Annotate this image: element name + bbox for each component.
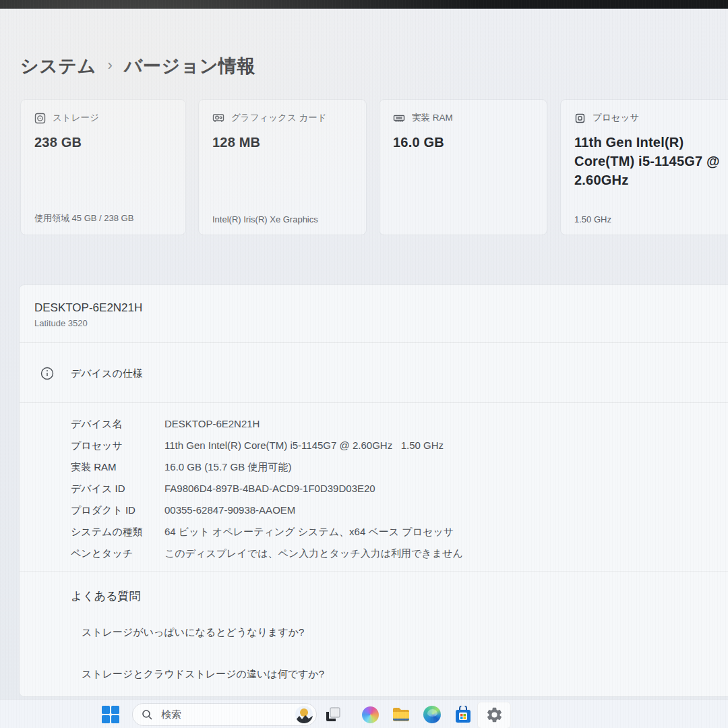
divider bbox=[20, 342, 728, 343]
breadcrumb-system[interactable]: システム bbox=[20, 54, 96, 78]
breadcrumb: システム › バージョン情報 bbox=[20, 54, 255, 78]
edge-icon bbox=[423, 706, 441, 723]
edge-button[interactable] bbox=[422, 704, 442, 725]
chevron-right-icon: › bbox=[108, 57, 113, 74]
card-value: 238 GB bbox=[34, 133, 172, 152]
copilot-icon bbox=[362, 706, 379, 723]
storage-icon bbox=[34, 113, 46, 124]
microsoft-store-button[interactable] bbox=[453, 704, 473, 725]
spec-value: このディスプレイでは、ペン入力とタッチ入力は利用できません bbox=[164, 543, 706, 564]
file-explorer-button[interactable] bbox=[391, 704, 411, 725]
faq-question-cloud-storage[interactable]: ストレージとクラウドストレージの違いは何ですか? bbox=[82, 668, 324, 681]
settings-button[interactable] bbox=[484, 704, 504, 725]
start-button[interactable] bbox=[100, 704, 121, 725]
card-label: プロセッサ bbox=[593, 112, 639, 124]
spec-value: FA9806D4-897B-4BAD-ACD9-1F0D39D03E20 bbox=[164, 478, 706, 499]
divider bbox=[20, 402, 728, 403]
processor-card: プロセッサ 11th Gen Intel(R) Core(TM) i5-1145… bbox=[560, 99, 728, 235]
about-panel: DESKTOP-6E2N21H Latitude 3520 デバイスの仕様 デバ… bbox=[19, 284, 728, 697]
microsoft-store-icon bbox=[454, 706, 472, 724]
spec-label: プロセッサ bbox=[71, 435, 164, 456]
search-icon bbox=[142, 709, 153, 721]
spec-label: ペンとタッチ bbox=[71, 543, 164, 564]
ram-icon bbox=[393, 113, 405, 123]
card-footer: 1.50 GHz bbox=[574, 214, 611, 224]
faq-title: よくある質問 bbox=[71, 588, 141, 604]
spec-label: プロダクト ID bbox=[71, 499, 164, 521]
ram-card: 実装 RAM 16.0 GB bbox=[379, 99, 547, 235]
search-placeholder: 検索 bbox=[161, 704, 181, 725]
windows-logo-icon bbox=[102, 706, 119, 723]
card-label: 実装 RAM bbox=[412, 112, 453, 124]
spec-value: 64 ビット オペレーティング システム、x64 ベース プロセッサ bbox=[164, 521, 706, 543]
spec-value: 00355-62847-90938-AAOEM bbox=[164, 499, 706, 521]
section-title: デバイスの仕様 bbox=[71, 367, 143, 380]
file-explorer-icon bbox=[392, 706, 411, 723]
card-footer: 使用領域 45 GB / 238 GB bbox=[34, 212, 133, 224]
taskbar: 検索 bbox=[0, 699, 728, 728]
monitor-bezel bbox=[0, 0, 728, 9]
copilot-button[interactable] bbox=[360, 704, 380, 725]
spec-label: システムの種類 bbox=[71, 521, 164, 543]
faq-question-storage-full[interactable]: ストレージがいっぱいになるとどうなりますか? bbox=[82, 626, 304, 639]
card-value: 16.0 GB bbox=[393, 133, 533, 152]
gpu-icon bbox=[212, 113, 224, 123]
card-footer: Intel(R) Iris(R) Xe Graphics bbox=[212, 214, 318, 224]
info-icon bbox=[40, 366, 55, 381]
spec-label: デバイス ID bbox=[71, 478, 164, 499]
graphics-card: グラフィックス カード 128 MB Intel(R) Iris(R) Xe G… bbox=[198, 99, 367, 235]
page-title: バージョン情報 bbox=[124, 54, 255, 78]
device-specs-table: デバイス名 DESKTOP-6E2N21H プロセッサ 11th Gen Int… bbox=[71, 413, 706, 564]
taskbar-search[interactable]: 検索 bbox=[132, 703, 317, 726]
cpu-icon bbox=[574, 113, 586, 124]
card-label: ストレージ bbox=[53, 112, 99, 124]
spec-value: DESKTOP-6E2N21H bbox=[164, 413, 706, 435]
device-name: DESKTOP-6E2N21H bbox=[34, 301, 142, 315]
device-model: Latitude 3520 bbox=[34, 318, 88, 328]
storage-card: ストレージ 238 GB 使用領域 45 GB / 238 GB bbox=[20, 99, 186, 235]
spec-value: 16.0 GB (15.7 GB 使用可能) bbox=[164, 456, 706, 478]
card-label: グラフィックス カード bbox=[231, 112, 327, 124]
divider bbox=[20, 571, 728, 572]
spec-label: デバイス名 bbox=[71, 413, 164, 435]
spec-label: 実装 RAM bbox=[71, 456, 164, 478]
search-highlights-icon[interactable] bbox=[295, 706, 313, 723]
settings-about-screen: システム › バージョン情報 ストレージ 238 GB 使用領域 45 GB /… bbox=[0, 0, 728, 728]
device-specs-expander[interactable]: デバイスの仕様 bbox=[40, 366, 143, 381]
card-value: 11th Gen Intel(R) Core(TM) i5-1145G7 @ 2… bbox=[574, 133, 723, 189]
task-view-icon bbox=[324, 706, 342, 723]
card-value: 128 MB bbox=[212, 133, 353, 152]
spec-value: 11th Gen Intel(R) Core(TM) i5-1145G7 @ 2… bbox=[164, 435, 706, 456]
task-view-button[interactable] bbox=[323, 704, 343, 725]
settings-gear-icon bbox=[485, 706, 504, 724]
